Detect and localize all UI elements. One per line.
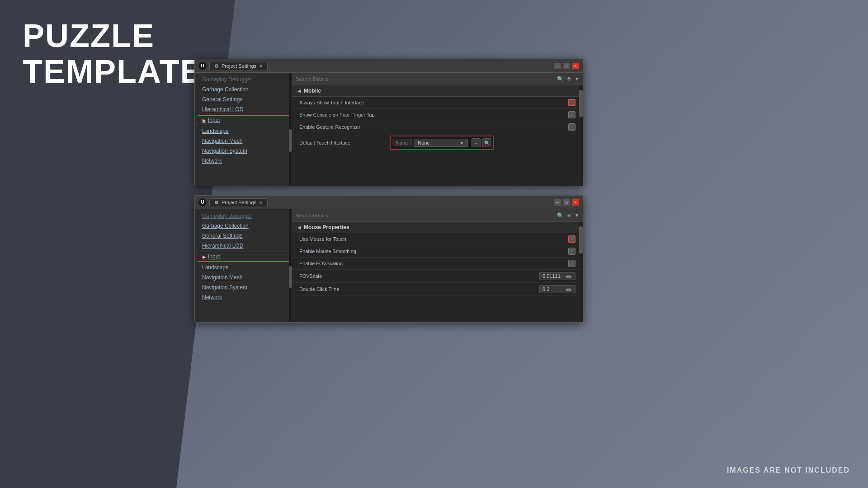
checkbox-mouse-smoothing[interactable]: ✓ xyxy=(568,248,576,255)
content-scrollbar-thumb-2[interactable] xyxy=(579,226,583,253)
touch-interface-row: Default Touch Interface None None ▼ ← 🔍 xyxy=(292,133,583,152)
tab-label-1: Project Settings xyxy=(222,63,256,69)
sidebar-item-input-1[interactable]: ▶ Input xyxy=(197,115,290,125)
tab-close-1[interactable]: ✕ xyxy=(259,64,263,69)
checkbox-always-show-touch[interactable] xyxy=(568,99,576,106)
setting-row-show-console: Show Console on Four Finger Tap ✓ xyxy=(292,109,583,121)
title-line2: TEMPLATE xyxy=(23,54,203,89)
sidebar-item-input-2[interactable]: ▶ Input xyxy=(197,252,290,262)
touch-none-label: None xyxy=(392,139,412,146)
eye-icon-2: 👁 xyxy=(566,212,572,219)
minimize-button-2[interactable]: — xyxy=(554,199,561,206)
close-button-2[interactable]: ✕ xyxy=(572,199,579,206)
content-scrollbar-2[interactable] xyxy=(579,222,583,322)
setting-row-fov-scaling: Enable FOVScaling ✓ xyxy=(292,258,583,270)
minimize-button-1[interactable]: — xyxy=(554,63,561,69)
label-always-show-touch: Always Show Touch Interface xyxy=(299,100,568,105)
touch-icon-buttons: ← 🔍 xyxy=(472,138,491,147)
touch-dropdown[interactable]: None ▼ xyxy=(414,139,468,147)
sidebar-item-general-settings-1[interactable]: General Settings xyxy=(195,94,292,104)
content-1: 🔍 👁 ▼ ◀ Mobile Always Show Touch Interfa… xyxy=(292,73,583,186)
maximize-button-2[interactable]: □ xyxy=(563,199,570,206)
triangle-icon-1: ◀ xyxy=(297,89,301,94)
fovscale-spinner[interactable]: ◀▶ xyxy=(565,274,572,279)
sidebar-arrow-input-1: ▶ xyxy=(203,118,206,123)
search-icon-1: 🔍 xyxy=(557,76,564,82)
sidebar-item-landscape-2[interactable]: Landscape xyxy=(195,263,292,272)
content-scrollbar-1[interactable] xyxy=(579,85,583,186)
setting-row-fovscale: FOVScale 0.01111 ◀▶ xyxy=(292,270,583,283)
checkbox-fov-scaling[interactable]: ✓ xyxy=(568,260,576,267)
sidebar-item-landscape-1[interactable]: Landscape xyxy=(195,126,292,136)
sidebar-arrow-input-2: ▶ xyxy=(203,254,206,259)
maximize-button-1[interactable]: □ xyxy=(563,63,570,69)
mouse-section-header: ◀ Mouse Properties xyxy=(292,222,583,233)
touch-search-button[interactable]: 🔍 xyxy=(482,138,491,147)
number-input-fovscale[interactable]: 0.01111 ◀▶ xyxy=(539,272,576,280)
sidebar-scrollbar-track-2 xyxy=(289,209,292,322)
search-bar-2: 🔍 👁 ▼ xyxy=(292,209,583,222)
title-area: PUZZLE TEMPLATE xyxy=(23,18,203,89)
touch-dropdown-value: None xyxy=(418,140,458,145)
label-mouse-smoothing: Enable Mouse Smoothing xyxy=(299,249,568,254)
number-input-double-click[interactable]: 0.2 ◀▶ xyxy=(539,285,576,293)
titlebar-1: U ⚙ Project Settings ✕ — □ ✕ xyxy=(195,59,583,73)
content-2: 🔍 👁 ▼ ◀ Mouse Properties Use Mouse for T… xyxy=(292,209,583,322)
title-tab-2[interactable]: ⚙ Project Settings ✕ xyxy=(209,198,268,206)
sidebar-item-network-1[interactable]: Network xyxy=(195,156,292,166)
setting-row-double-click: Double Click Time 0.2 ◀▶ xyxy=(292,283,583,296)
label-use-mouse: Use Mouse for Touch xyxy=(299,236,568,242)
sidebar-scrollbar-thumb-1[interactable] xyxy=(289,129,292,152)
content-scrollbar-thumb-1[interactable] xyxy=(579,90,583,117)
label-double-click: Double Click Time xyxy=(299,286,539,292)
search-input-2[interactable] xyxy=(296,213,554,218)
checkbox-gesture[interactable] xyxy=(568,123,576,131)
sidebar-item-label-input-1: Input xyxy=(208,117,220,123)
setting-row-gesture: Enable Gesture Recognizer xyxy=(292,121,583,133)
window1-body: Gameplay Debugger Garbage Collection Gen… xyxy=(195,73,583,186)
sidebar-item-navigation-system-1[interactable]: Navigation System xyxy=(195,146,292,156)
sidebar-item-label-input-2: Input xyxy=(208,253,220,260)
sidebar-scrollbar-thumb-2[interactable] xyxy=(289,266,292,288)
close-button-1[interactable]: ✕ xyxy=(572,63,579,69)
titlebar-right-1: — □ ✕ xyxy=(554,63,579,69)
sidebar-item-navigation-mesh-1[interactable]: Navigation Mesh xyxy=(195,136,292,146)
search-input-1[interactable] xyxy=(296,76,554,82)
eye-dropdown-1[interactable]: ▼ xyxy=(575,76,579,81)
sidebar-item-garbage-collection-2[interactable]: Garbage Collection xyxy=(195,221,292,231)
title-tab-1[interactable]: ⚙ Project Settings ✕ xyxy=(209,62,268,70)
checkbox-show-console[interactable]: ✓ xyxy=(568,111,576,118)
label-show-console: Show Console on Four Finger Tap xyxy=(299,112,568,117)
sidebar-item-hierarchical-lod-2[interactable]: Hierarchical LOD xyxy=(195,241,292,251)
fovscale-value: 0.01111 xyxy=(542,273,561,279)
title-line1: PUZZLE xyxy=(23,18,203,54)
label-gesture: Enable Gesture Recognizer xyxy=(299,124,568,130)
setting-row-always-show-touch: Always Show Touch Interface xyxy=(292,97,583,109)
eye-dropdown-2[interactable]: ▼ xyxy=(575,213,579,218)
label-touch-interface: Default Touch Interface xyxy=(299,140,390,145)
touch-back-button[interactable]: ← xyxy=(472,138,481,147)
tab-close-2[interactable]: ✕ xyxy=(259,200,263,205)
titlebar-left-2: U ⚙ Project Settings ✕ xyxy=(198,198,268,206)
project-settings-window-2: U ⚙ Project Settings ✕ — □ ✕ Gameplay De… xyxy=(194,195,583,323)
sidebar-item-gameplay-debugger-2[interactable]: Gameplay Debugger xyxy=(195,211,292,221)
tab-label-2: Project Settings xyxy=(222,200,256,205)
checkbox-use-mouse[interactable]: ✓ xyxy=(568,235,576,243)
sidebar-item-navigation-mesh-2[interactable]: Navigation Mesh xyxy=(195,272,292,282)
sidebar-scrollbar-track-1 xyxy=(289,73,292,186)
mobile-section-header-1: ◀ Mobile xyxy=(292,85,583,97)
double-click-value: 0.2 xyxy=(542,286,549,292)
triangle-icon-2: ◀ xyxy=(297,225,301,230)
sidebar-item-gameplay-debugger-1[interactable]: Gameplay Debugger xyxy=(195,75,292,84)
sidebar-item-hierarchical-lod-1[interactable]: Hierarchical LOD xyxy=(195,104,292,114)
gear-icon-1: ⚙ xyxy=(214,63,219,69)
sidebar-item-network-2[interactable]: Network xyxy=(195,292,292,302)
label-fovscale: FOVScale xyxy=(299,273,539,279)
ue-logo-2: U xyxy=(198,198,207,206)
sidebar-item-garbage-collection-1[interactable]: Garbage Collection xyxy=(195,84,292,94)
setting-row-mouse-smoothing: Enable Mouse Smoothing ✓ xyxy=(292,245,583,258)
double-click-spinner[interactable]: ◀▶ xyxy=(565,287,572,292)
sidebar-item-general-settings-2[interactable]: General Settings xyxy=(195,231,292,241)
label-fov-scaling: Enable FOVScaling xyxy=(299,261,568,266)
sidebar-item-navigation-system-2[interactable]: Navigation System xyxy=(195,282,292,292)
